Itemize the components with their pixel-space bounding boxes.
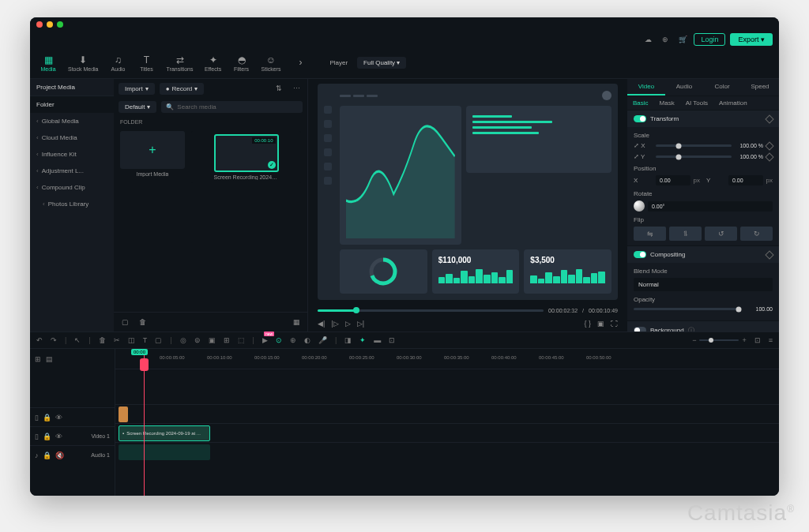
text-icon[interactable]: T [143,336,148,344]
tool-7[interactable]: ⊙ [276,336,282,344]
preview-canvas[interactable]: $110,000 $3,500 [318,84,618,300]
crop-tool-icon[interactable]: ◫ [128,336,135,344]
tab-media[interactable]: ▦Media [35,53,62,73]
lock-icon[interactable]: 🔒 [43,414,51,421]
sidebar-folder[interactable]: Folder [30,96,114,113]
undo-icon[interactable]: ↶ [36,336,43,344]
opacity-slider[interactable] [634,308,741,310]
tab-more[interactable]: › [287,53,314,73]
sidebar-influence[interactable]: Influence Kit [30,146,114,163]
bracket-icon[interactable]: { } [584,320,591,328]
filter-icon[interactable]: ⇅ [273,82,285,95]
trash-icon[interactable]: 🗑 [136,316,149,328]
quality-select[interactable]: Full Quality ▾ [357,57,406,69]
scale-y-slider[interactable] [656,155,732,158]
sidebar-photos[interactable]: Photos Library [30,196,114,212]
subtab-ai[interactable]: AI Tools [680,96,713,110]
track-overlay[interactable] [115,404,779,423]
media-thumb-1[interactable]: 00:00:10 ✓ Screen Recording 2024-09-... [191,131,301,183]
pos-x-input[interactable]: 0.00 [656,175,690,185]
zoom-out-icon[interactable]: − [692,336,696,344]
compositing-toggle[interactable] [634,251,646,258]
tool-4[interactable]: ⊞ [224,336,230,344]
playhead[interactable]: 00:00 [144,349,145,496]
overlay-clip[interactable] [119,406,128,422]
compositing-header[interactable]: Compositing [627,246,779,263]
tool-8[interactable]: ⊕ [290,336,296,344]
tool-6[interactable]: ▶new [262,336,268,344]
tool-9[interactable]: ◐ [304,336,310,344]
track-head-video[interactable]: ▯🔒👁Video 1 [30,426,115,445]
rotate-input[interactable]: 0.00° [648,201,773,212]
tool-3[interactable]: ▣ [209,336,216,344]
background-toggle[interactable] [634,327,646,332]
tool-10[interactable]: ◨ [344,336,352,344]
tab-transitions[interactable]: ⇄Transitions [162,53,198,73]
cart-icon[interactable]: 🛒 [676,33,689,46]
lock-icon[interactable]: 🔒 [43,451,51,459]
tab-audio[interactable]: ♫Audio [105,53,132,73]
subtab-mask[interactable]: Mask [654,96,680,110]
track-head-overlay[interactable]: ▯🔒👁 [30,407,115,426]
next-icon[interactable]: ▷| [357,320,364,328]
prop-tab-audio[interactable]: Audio [665,79,703,96]
notification-icon[interactable]: ⊕ [659,33,672,46]
track-head-audio[interactable]: ♪🔒🔇Audio 1 [30,445,115,464]
marker-icon[interactable]: ▢ [155,336,162,344]
zoom-slider[interactable] [699,339,739,341]
close-dot[interactable] [36,21,43,28]
minimize-dot[interactable] [47,21,53,28]
subtab-anim[interactable]: Animation [713,96,753,110]
track-audio[interactable] [115,442,779,461]
video-clip[interactable]: ▪Screen Recording 2024-09-19 at ... [119,425,210,441]
timeline-ruler[interactable]: 00:00:05:00 00:00:10:00 00:00:15:00 00:0… [115,349,779,369]
zoom-in-icon[interactable]: + [742,336,746,344]
flip-h-button[interactable]: ⇋ [634,227,666,241]
track-video[interactable]: ▪Screen Recording 2024-09-19 at ... [115,423,779,442]
prev-icon[interactable]: |▷ [331,320,338,328]
default-select[interactable]: Default ▾ [119,101,156,113]
record-button[interactable]: ● Record ▾ [160,83,205,95]
tl-layers2-icon[interactable]: ▤ [46,355,53,363]
fit-icon[interactable]: ⊡ [754,336,761,344]
subtab-basic[interactable]: Basic [627,96,654,110]
crop-icon[interactable]: ▣ [597,320,604,328]
delete-icon[interactable]: 🗑 [99,336,106,344]
kf-icon[interactable] [765,250,773,259]
stop-icon[interactable]: ◀| [318,320,325,328]
cloud-icon[interactable]: ☁ [642,33,654,46]
eye-icon[interactable]: 👁 [55,433,62,440]
tab-effects[interactable]: ✦Effects [200,53,227,73]
fullscreen-icon[interactable]: ⛶ [611,320,618,328]
pos-y-input[interactable]: 0.00 [728,175,763,185]
tool-2[interactable]: ⊚ [194,336,201,344]
tab-stock[interactable]: ⬇Stock Media [63,53,103,73]
import-media-thumb[interactable]: + Import Media [120,131,185,183]
grid-icon[interactable]: ▦ [290,316,303,328]
tab-stickers[interactable]: ☺Stickers [257,53,286,73]
kf-icon[interactable] [765,152,773,161]
rotate-dial[interactable] [634,200,645,212]
redo-icon[interactable]: ↷ [51,336,57,344]
eye-icon[interactable]: 👁 [55,414,62,421]
sidebar-cloud[interactable]: Cloud Media [30,129,114,146]
cursor-icon[interactable]: ↖ [74,336,81,344]
timeline-tracks[interactable]: 00:00:05:00 00:00:10:00 00:00:15:00 00:0… [115,349,779,496]
tool-5[interactable]: ⬚ [238,336,245,344]
background-header[interactable]: Background ⓘ [627,321,779,332]
rotate-l-button[interactable]: ↺ [705,227,737,241]
tl-layers-icon[interactable]: ⊞ [35,355,41,363]
scrubber[interactable]: 00:00:02:32 / 00:00:10:49 [308,305,627,316]
kf-icon[interactable] [765,141,773,150]
transform-toggle[interactable] [634,115,646,122]
tool-12[interactable]: ▬ [374,336,381,344]
prop-tab-speed[interactable]: Speed [741,79,779,96]
tool-11[interactable]: ✦ [359,336,366,344]
import-button[interactable]: Import ▾ [119,83,155,95]
keyframe-icon[interactable] [765,114,773,123]
tab-titles[interactable]: TTitles [134,53,160,73]
tab-filters[interactable]: ◓Filters [228,53,255,73]
search-input[interactable]: 🔍 Search media [161,101,303,113]
folder-icon[interactable]: ▢ [119,316,131,328]
mute-icon[interactable]: 🔇 [55,451,64,459]
